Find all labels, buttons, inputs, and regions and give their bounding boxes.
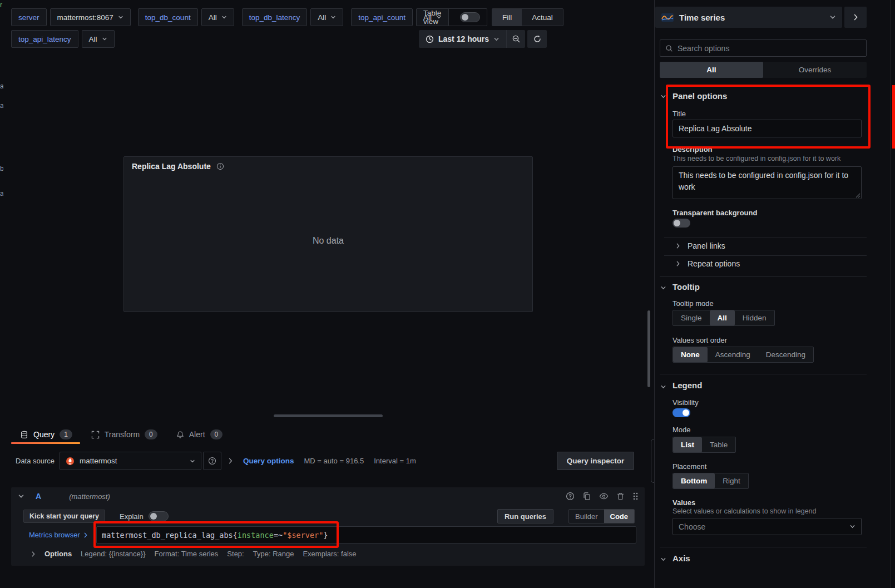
chevron-down-icon[interactable] <box>660 93 666 100</box>
zoom-out-button[interactable] <box>506 30 525 48</box>
description-textarea[interactable]: This needs to be configured in config.js… <box>673 166 862 199</box>
variable-top-db-count-dropdown[interactable]: All <box>201 8 234 26</box>
collapse-chevron-icon[interactable] <box>18 493 24 500</box>
tab-overrides[interactable]: Overrides <box>763 62 867 78</box>
variable-top-db-count-label[interactable]: top_db_count <box>138 8 198 26</box>
promql-expression: mattermost_db_replica_lag_abs{instance=~… <box>102 531 328 540</box>
tab-transform-count: 0 <box>145 429 157 439</box>
explain-toggle[interactable] <box>149 511 169 521</box>
options-label[interactable]: Options <box>44 550 72 558</box>
kick-start-query-button[interactable]: Kick start your query <box>23 510 105 523</box>
trash-icon[interactable] <box>616 492 625 501</box>
duplicate-icon[interactable] <box>582 492 591 501</box>
fill-actual-switch: Fill Actual <box>492 8 563 26</box>
legend-section-header[interactable]: Legend <box>673 381 702 390</box>
sort-none[interactable]: None <box>673 347 708 362</box>
legend-visibility-toggle[interactable] <box>673 408 690 417</box>
resize-handle-icon[interactable] <box>856 193 861 198</box>
actual-option[interactable]: Actual <box>522 9 563 26</box>
placement-bottom[interactable]: Bottom <box>673 473 715 488</box>
tab-query[interactable]: Query 1 <box>20 429 72 439</box>
tab-alert[interactable]: Alert 0 <box>176 429 222 439</box>
query-inspector-button[interactable]: Query inspector <box>557 452 634 470</box>
transparent-background-toggle[interactable] <box>673 219 690 228</box>
sort-descending[interactable]: Descending <box>758 347 813 362</box>
chevron-down-icon[interactable] <box>660 556 666 562</box>
legend-values-select[interactable]: Choose <box>673 518 862 535</box>
time-range-picker[interactable]: Last 12 hours <box>419 30 506 48</box>
datasource-help-button[interactable] <box>203 452 221 470</box>
fill-option[interactable]: Fill <box>492 9 522 26</box>
variable-top-db-latency-dropdown[interactable]: All <box>310 8 343 26</box>
help-icon[interactable] <box>566 492 575 501</box>
refresh-button[interactable] <box>527 30 547 48</box>
panel-options-section-header[interactable]: Panel options <box>673 91 727 101</box>
axis-section-header[interactable]: Axis <box>673 554 690 563</box>
tab-query-count: 1 <box>60 429 72 439</box>
chevron-right-icon <box>83 532 88 538</box>
grafana-panel-edit-screen: r a a b a server mattermost:8067 top_db_… <box>0 0 895 588</box>
run-queries-button[interactable]: Run queries <box>497 509 553 523</box>
drag-handle-icon[interactable] <box>632 492 638 501</box>
type-summary: Type: Range <box>253 550 294 558</box>
metrics-browser-link[interactable]: Metrics browser <box>29 531 96 539</box>
chevron-right-icon[interactable] <box>31 551 36 557</box>
query-options-link[interactable]: Query options <box>243 457 294 465</box>
legend-mode-table[interactable]: Table <box>702 437 735 452</box>
tab-transform[interactable]: Transform 0 <box>91 429 157 439</box>
variable-top-api-count-label[interactable]: top_api_count <box>351 8 413 26</box>
variables-row-2: top_api_latency All <box>11 30 115 48</box>
promql-query-input[interactable]: mattermost_db_replica_lag_abs{instance=~… <box>96 526 636 543</box>
query-ref-id: A <box>36 492 41 501</box>
legend-summary: Legend: {{instance}} <box>81 550 145 558</box>
tooltip-section-header[interactable]: Tooltip <box>673 282 700 291</box>
pane-resize-handle[interactable] <box>274 414 383 417</box>
query-editor-toolbar: Kick start your query Explain Run querie… <box>23 509 635 523</box>
scrollbar-thumb[interactable] <box>647 310 650 387</box>
panel-header[interactable]: Replica Lag Absolute <box>124 157 532 176</box>
sort-ascending[interactable]: Ascending <box>708 347 758 362</box>
eye-icon[interactable] <box>599 492 609 501</box>
tooltip-mode-all[interactable]: All <box>710 310 735 325</box>
description-label: Description <box>673 145 713 154</box>
visualization-picker[interactable]: Time series <box>655 7 842 28</box>
table-view-toggle[interactable] <box>460 12 480 22</box>
tooltip-mode-hidden[interactable]: Hidden <box>735 310 774 325</box>
legend-mode-list[interactable]: List <box>673 437 702 452</box>
chevron-down-icon[interactable] <box>660 384 666 390</box>
chevron-right-icon <box>676 243 680 249</box>
prometheus-flame-icon <box>66 457 75 466</box>
tab-transform-label: Transform <box>105 430 140 439</box>
query-row-header[interactable]: A (mattermost) <box>11 487 645 505</box>
placement-right[interactable]: Right <box>715 473 748 488</box>
highlight-box-edge <box>892 85 895 149</box>
info-icon[interactable] <box>216 162 224 170</box>
builder-option[interactable]: Builder <box>569 510 604 523</box>
datasource-value: mattermost <box>80 457 117 465</box>
description-help-text: This needs to be configured in config.js… <box>673 155 840 162</box>
variable-top-db-count-value: All <box>209 13 217 22</box>
panel-links-expander[interactable]: Panel links <box>676 241 725 250</box>
search-input[interactable] <box>678 44 861 53</box>
variable-server-dropdown[interactable]: mattermost:8067 <box>50 8 131 26</box>
tooltip-mode-single[interactable]: Single <box>673 310 710 325</box>
datasource-picker[interactable]: mattermost <box>60 452 201 470</box>
explain-control: Explain <box>120 511 169 521</box>
panel-title-input[interactable] <box>673 120 862 137</box>
variable-top-api-latency-dropdown[interactable]: All <box>82 30 115 48</box>
datasource-toolbar: Data source mattermost Query options MD … <box>0 452 645 470</box>
code-option[interactable]: Code <box>604 510 635 523</box>
variable-server-value: mattermost:8067 <box>57 13 113 22</box>
chevron-down-icon <box>493 36 500 42</box>
sidebar-scrollbar-track[interactable] <box>891 0 891 588</box>
collapse-options-pane-button[interactable] <box>844 7 867 28</box>
repeat-options-expander[interactable]: Repeat options <box>676 259 740 268</box>
legend-values-label: Values <box>673 498 695 507</box>
edge-text-fragment: b <box>0 165 3 172</box>
variable-server-label[interactable]: server <box>11 8 47 26</box>
variable-top-db-latency: top_db_latency All <box>242 8 344 26</box>
variable-top-api-latency-label[interactable]: top_api_latency <box>11 30 78 48</box>
tab-all[interactable]: All <box>660 62 763 78</box>
variable-top-db-latency-label[interactable]: top_db_latency <box>242 8 308 26</box>
chevron-down-icon[interactable] <box>660 285 666 291</box>
